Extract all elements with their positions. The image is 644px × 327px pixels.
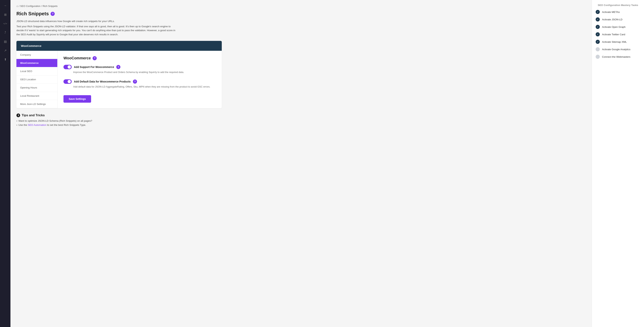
task-check-opengraph: ✓: [596, 25, 600, 29]
tip-text-2: Use the SEO Automation to set the best R…: [18, 124, 86, 126]
task-check-jsonld: ✓: [596, 17, 600, 22]
upload-icon[interactable]: ⬆: [2, 57, 8, 62]
task-label-webmasters: Connect the Webmasters: [602, 56, 630, 58]
tips-title-row: ℹ Tips and Tricks: [16, 114, 222, 117]
panel: WooCommerce Company WooCommerce Local SE…: [16, 41, 222, 108]
toggle-label-1: Add Support For Woocommerce: [74, 66, 114, 68]
task-activate-opengraph[interactable]: ✓ Activate Open Graph: [596, 25, 640, 29]
task-activate-analytics[interactable]: ✓ Activate Google Analytics: [596, 47, 640, 51]
share-icon[interactable]: ⤴: [2, 30, 8, 35]
section-title-row: WooCommerce ?: [64, 56, 216, 60]
section-title: WooCommerce: [64, 56, 91, 60]
home-icon: ⌂: [16, 4, 18, 8]
toggle-woocommerce-support[interactable]: [64, 65, 72, 69]
toggle-description-1: Improve the WooCommerce Product and Orde…: [64, 70, 216, 74]
nav-item-geo-location[interactable]: GEO Location: [16, 76, 57, 84]
info-icon: ℹ: [16, 114, 20, 117]
toggle-default-data[interactable]: [64, 79, 72, 84]
toggle-help-icon-2[interactable]: ?: [133, 80, 137, 84]
task-activate-sitemap[interactable]: ✓ Activate Sitemap XML: [596, 40, 640, 44]
task-check-webmasters: ✓: [596, 55, 600, 59]
right-sidebar: SEO Configuration Mastery Tasks ✓ Activa…: [592, 0, 644, 327]
nav-item-company[interactable]: Company: [16, 51, 57, 59]
task-label-metas: Activate METAs: [602, 11, 620, 14]
toggle-label-2: Add Default Data for Woocommerce Product…: [74, 80, 131, 83]
task-label-sitemap: Activate Sitemap XML: [602, 40, 627, 43]
task-label-twitter: Activate Twitter Card: [602, 33, 625, 36]
breadcrumb-current: Rich Snippets: [42, 5, 58, 8]
page-title: Rich Snippets: [16, 11, 49, 16]
task-activate-jsonld[interactable]: ✓ Activate JSON-LD: [596, 17, 640, 22]
description-line2: Test your Rich Snippets using the JSON-L…: [16, 24, 177, 36]
tip-item-1: Want to optimize JSON-LD Schema (Rich Sn…: [16, 120, 222, 122]
page-help-icon[interactable]: ?: [50, 12, 55, 16]
task-connect-webmasters[interactable]: ✓ Connect the Webmasters: [596, 55, 640, 59]
breadcrumb-sep1: /: [19, 5, 20, 8]
nav-item-opening-hours[interactable]: Opening Hours: [16, 84, 57, 92]
toggle-row-default-data: Add Default Data for Woocommerce Product…: [64, 79, 216, 89]
toggle-label-row-2: Add Default Data for Woocommerce Product…: [64, 79, 216, 84]
save-button[interactable]: Save Settings: [64, 95, 91, 103]
section-help-icon[interactable]: ?: [92, 56, 97, 60]
description-line1: JSON-LD structured data influences how G…: [16, 19, 177, 23]
nav-item-more-jsonld[interactable]: More Json-LD Settings: [16, 100, 57, 108]
tip-text-1: Want to optimize JSON-LD Schema (Rich Sn…: [18, 120, 92, 122]
breadcrumb: ⌂ / SEO Configuration / Rich Snippets: [16, 4, 586, 8]
panel-content: WooCommerce ? Add Support For Woocommerc…: [58, 51, 222, 108]
tips-title: Tips and Tricks: [22, 114, 44, 117]
task-label-opengraph: Activate Open Graph: [602, 26, 626, 28]
toggle-label-row-1: Add Support For Woocommerce ?: [64, 65, 216, 69]
panel-header: WooCommerce: [16, 41, 222, 51]
nav-item-local-seo[interactable]: Local SEO: [16, 67, 57, 76]
task-label-jsonld: Activate JSON-LD: [602, 18, 622, 21]
task-check-analytics: ✓: [596, 47, 600, 51]
task-check-sitemap: ✓: [596, 40, 600, 44]
task-label-analytics: Activate Google Analytics: [602, 48, 630, 51]
tip-item-2: Use the SEO Automation to set the best R…: [16, 124, 222, 126]
panel-nav: Company WooCommerce Local SEO GEO Locati…: [16, 51, 58, 108]
chart-bar-icon[interactable]: ▤: [2, 39, 8, 44]
left-sidebar: → ⊞ </> ⤴ ▤ ↗ ⬆: [0, 0, 10, 327]
main-content: ⌂ / SEO Configuration / Rich Snippets Ri…: [10, 0, 592, 327]
panel-body: Company WooCommerce Local SEO GEO Locati…: [16, 51, 222, 108]
nav-item-local-restaurant[interactable]: Local Restaurant: [16, 92, 57, 100]
task-activate-metas[interactable]: ✓ Activate METAs: [596, 10, 640, 14]
tips-section: ℹ Tips and Tricks Want to optimize JSON-…: [16, 114, 222, 126]
task-check-twitter: ✓: [596, 32, 600, 36]
toggle-row-woocommerce-support: Add Support For Woocommerce ? Improve th…: [64, 65, 216, 74]
breadcrumb-sep2: /: [41, 5, 42, 8]
grid-icon[interactable]: ⊞: [2, 12, 8, 17]
nav-item-woocommerce[interactable]: WooCommerce: [16, 59, 57, 67]
page-title-row: Rich Snippets ?: [16, 11, 586, 16]
toggle-help-icon-1[interactable]: ?: [116, 65, 120, 69]
tasks-title: SEO Configuration Mastery Tasks: [596, 4, 640, 6]
task-activate-twitter[interactable]: ✓ Activate Twitter Card: [596, 32, 640, 36]
trending-up-icon[interactable]: ↗: [2, 48, 8, 53]
task-check-metas: ✓: [596, 10, 600, 14]
tip-link-seo-automation[interactable]: SEO Automation: [28, 124, 46, 126]
code-icon[interactable]: </>: [2, 21, 8, 26]
toggle-description-2: Add default data for JSON-LD AggregateRa…: [64, 85, 216, 89]
arrow-right-icon[interactable]: →: [2, 3, 8, 8]
breadcrumb-link-seo[interactable]: SEO Configuration: [20, 5, 40, 8]
